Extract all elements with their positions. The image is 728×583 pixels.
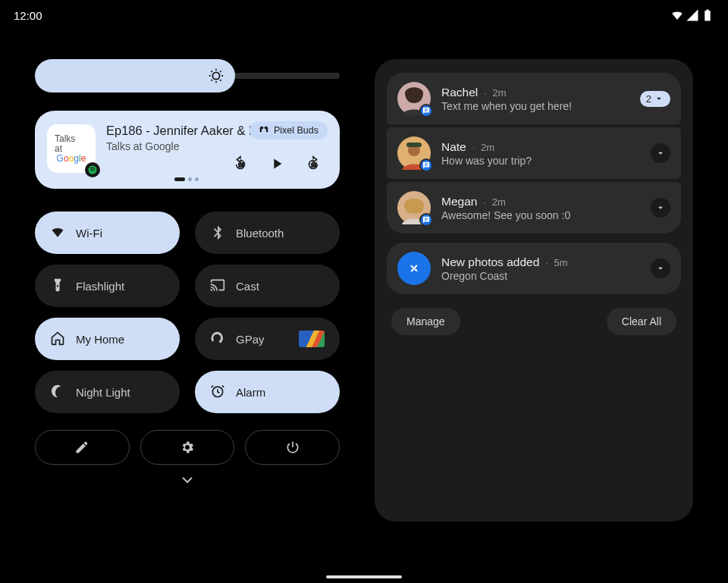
qs-tile-icon [210,384,225,401]
status-time: 12:00 [14,9,42,22]
qs-tile-icon [50,277,65,295]
media-subtitle: Talks at Google [106,140,326,152]
svg-point-0 [212,72,219,79]
brightness-icon [208,67,224,84]
signal-icon [686,8,699,22]
notification[interactable]: New photos added·5m Oregon Coast [387,243,681,294]
earbuds-icon [259,125,269,136]
qs-tile-icon [50,331,65,348]
notification-body: Awesome! See you soon :0 [441,209,570,221]
power-icon [285,440,300,455]
qs-tile-icon [210,331,225,348]
qs-tile-label: My Home [76,333,124,346]
qs-tile-label: Cast [236,280,259,293]
svg-rect-9 [406,143,422,147]
qs-tile-bluetooth[interactable]: Bluetooth [195,212,340,254]
qs-tile-label: GPay [236,333,265,346]
notification-title: New photos added [441,255,539,269]
qs-tile-label: Night Light [76,386,130,399]
qs-tile-label: Wi-Fi [76,227,102,240]
wifi-icon [670,8,684,22]
qs-tile-label: Bluetooth [236,227,284,240]
expand-button[interactable] [651,198,670,218]
chevron-down-icon [655,148,666,158]
manage-button[interactable]: Manage [391,308,460,335]
qs-tile-icon [50,384,65,401]
qs-tile-cast[interactable]: Cast [195,265,340,307]
edit-tiles-button[interactable] [35,430,130,465]
media-player-card[interactable]: Pixel Buds Talks at Google Ep186 - Jenni… [35,111,340,189]
qs-tile-gpay[interactable]: GPay [195,318,340,360]
qs-tile-icon [50,224,65,242]
qs-tile-nightlight[interactable]: Night Light [35,371,180,413]
status-icons [670,8,714,22]
notification-body: Text me when you get here! [441,100,572,112]
expand-button[interactable] [651,143,670,163]
notification-time: 2m [492,196,506,208]
notification-time: 2m [493,87,507,99]
clear-all-button[interactable]: Clear All [607,308,676,335]
qs-tile-label: Alarm [236,386,265,399]
svg-text:15: 15 [238,162,244,168]
notification[interactable]: Megan·2m Awesome! See you soon :0 [387,182,681,234]
card-thumbnail [299,331,325,347]
qs-tile-wifi[interactable]: Wi-Fi [35,212,180,254]
messages-app-icon [419,104,433,118]
settings-button[interactable] [140,430,235,465]
replay-15-icon[interactable]: 15 [232,155,249,172]
power-button[interactable] [245,430,340,465]
svg-text:15: 15 [311,162,317,168]
spotify-icon [85,162,100,177]
chevron-down-icon [178,471,196,489]
media-output-label: Pixel Buds [274,125,318,136]
pencil-icon [74,440,89,455]
home-indicator[interactable] [326,575,402,578]
media-pager-dots[interactable] [47,177,326,181]
notification-sender: Megan [441,195,477,208]
forward-15-icon[interactable]: 15 [305,155,322,172]
notification-shade: Rachel·2m Text me when you get here! 2 N… [375,59,693,522]
app-icon-photos [397,252,431,285]
gear-icon [180,440,195,455]
qs-tile-home[interactable]: My Home [35,318,180,360]
media-output-chip[interactable]: Pixel Buds [249,121,328,139]
notification[interactable]: Nate·2m How was your trip? [387,127,681,179]
qs-tile-alarm[interactable]: Alarm [195,371,340,413]
expand-button[interactable] [651,259,670,278]
pinwheel-icon [406,260,422,277]
avatar [397,191,431,224]
notification-count-chip[interactable]: 2 [640,91,670,107]
notification-sender: Rachel [441,86,478,99]
messages-app-icon [419,158,433,172]
notification-body: How was your trip? [441,155,532,167]
avatar [397,82,431,115]
expand-qs-button[interactable] [35,471,340,489]
notification-time: 5m [554,257,568,268]
notification[interactable]: Rachel·2m Text me when you get here! 2 [387,73,681,124]
notification-time: 2m [481,142,494,153]
svg-point-1 [89,166,97,174]
notification-sender: Nate [441,140,466,154]
qs-tile-icon [210,224,225,242]
messages-app-icon [419,213,433,227]
play-icon[interactable] [268,155,285,172]
battery-icon [701,8,714,22]
chevron-down-icon [655,202,666,213]
brightness-slider[interactable] [35,59,340,92]
chevron-down-icon [654,93,664,104]
media-album-art: Talks at Google [47,124,96,173]
qs-tile-flashlight[interactable]: Flashlight [35,265,180,307]
avatar [397,136,431,170]
chevron-down-icon [655,263,666,274]
qs-tile-label: Flashlight [76,280,124,293]
qs-tile-icon [210,277,225,295]
notification-body: Oregon Coast [441,270,568,282]
